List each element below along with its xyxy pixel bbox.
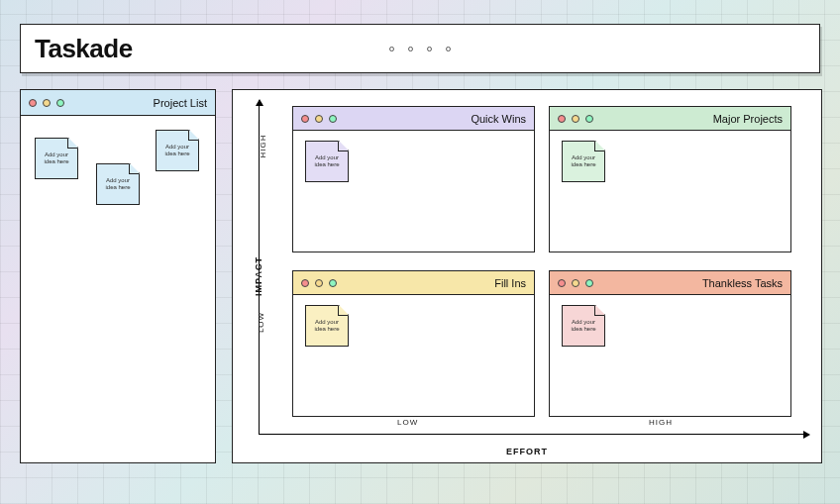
header-dots	[389, 47, 451, 51]
project-list-body[interactable]: Add your idea here Add your idea here Ad…	[21, 116, 215, 462]
quadrant-title: Quick Wins	[471, 113, 526, 125]
x-axis	[259, 434, 809, 435]
quadrant-header: Major Projects	[550, 107, 790, 131]
quadrant-header: Thankless Tasks	[550, 271, 790, 295]
quadrant-body[interactable]: Add your idea here	[550, 295, 790, 416]
quadrant-header: Fill Ins	[293, 271, 534, 295]
quadrant-body[interactable]: Add your idea here	[550, 131, 790, 252]
sticky-note[interactable]: Add your idea here	[35, 138, 78, 179]
quadrant-header: Quick Wins	[293, 107, 534, 131]
sticky-note[interactable]: Add your idea here	[562, 141, 605, 182]
quadrant-major-projects[interactable]: Major Projects Add your idea here	[549, 106, 791, 252]
traffic-lights-icon	[29, 99, 64, 107]
quadrant-body[interactable]: Add your idea here	[293, 295, 534, 416]
sticky-note[interactable]: Add your idea here	[156, 130, 199, 171]
impact-axis-label: IMPACT	[254, 256, 263, 296]
traffic-lights-icon	[301, 279, 337, 287]
quadrant-thankless-tasks[interactable]: Thankless Tasks Add your idea here	[549, 270, 791, 417]
quadrant-fill-ins[interactable]: Fill Ins Add your idea here	[292, 270, 535, 417]
quadrant-title: Fill Ins	[494, 277, 526, 289]
sticky-note[interactable]: Add your idea here	[562, 305, 605, 347]
project-list-title: Project List	[154, 97, 207, 109]
sticky-note[interactable]: Add your idea here	[96, 163, 140, 205]
quadrant-grid: Quick Wins Add your idea here Major Proj…	[292, 106, 791, 417]
traffic-lights-icon	[558, 279, 593, 287]
sticky-note[interactable]: Add your idea here	[305, 141, 349, 182]
impact-effort-matrix: IMPACT EFFORT HIGH LOW LOW HIGH Quick Wi…	[232, 89, 822, 463]
tick-impact-low: LOW	[257, 312, 265, 333]
traffic-lights-icon	[301, 115, 337, 123]
sticky-note[interactable]: Add your idea here	[305, 305, 349, 347]
effort-axis-label: EFFORT	[506, 447, 548, 456]
quadrant-body[interactable]: Add your idea here	[293, 131, 534, 252]
traffic-lights-icon	[558, 115, 593, 123]
app-header: Taskade	[20, 24, 820, 73]
tick-impact-high: HIGH	[259, 135, 267, 158]
app-title: Taskade	[35, 34, 133, 64]
quadrant-title: Major Projects	[713, 113, 783, 125]
tick-effort-high: HIGH	[649, 418, 673, 427]
tick-effort-low: LOW	[397, 418, 418, 427]
project-list-header: Project List	[21, 90, 215, 116]
quadrant-title: Thankless Tasks	[702, 277, 783, 289]
project-list-panel: Project List Add your idea here Add your…	[20, 89, 216, 463]
quadrant-quick-wins[interactable]: Quick Wins Add your idea here	[292, 106, 535, 252]
